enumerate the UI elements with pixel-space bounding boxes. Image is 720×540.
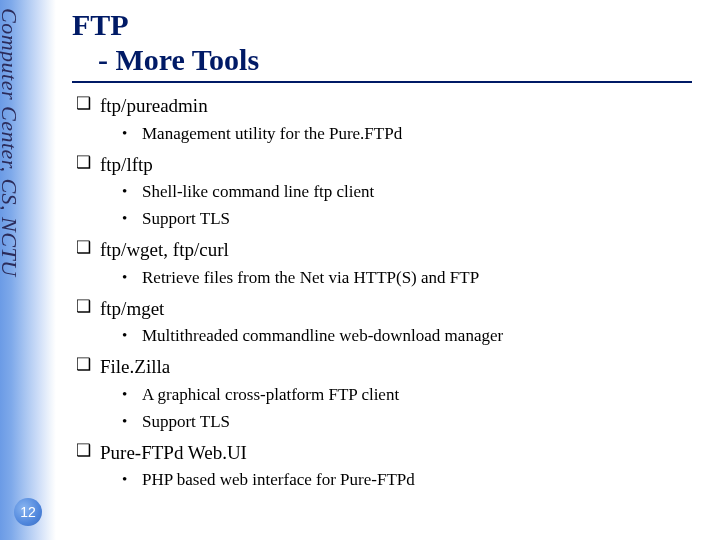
list-item: ftp/mget [72,296,710,322]
list-subitem: Retrieve files from the Net via HTTP(S) … [72,267,710,290]
content: FTP - More Tools ftp/pureadmin Managemen… [72,8,710,492]
list-subitem: PHP based web interface for Pure-FTPd [72,469,710,492]
slide: Computer Center, CS, NCTU 12 FTP - More … [0,0,720,540]
list-subitem: Multithreaded commandline web-download m… [72,325,710,348]
list-subitem: Shell-like command line ftp client [72,181,710,204]
list-item-label: File.Zilla [100,356,170,377]
list-item-label: Pure-FTPd Web.UI [100,442,247,463]
list-subitem-label: Support TLS [142,209,230,228]
list-item-label: ftp/lftp [100,154,153,175]
page-number-badge: 12 [14,498,42,526]
body: ftp/pureadmin Management utility for the… [72,93,710,492]
list-subitem: A graphical cross-platform FTP client [72,384,710,407]
list-item-label: ftp/pureadmin [100,95,208,116]
list-subitem-label: Management utility for the Pure.FTPd [142,124,402,143]
title-line-1: FTP [72,8,710,43]
list-subitem-label: Retrieve files from the Net via HTTP(S) … [142,268,479,287]
list-subitem: Management utility for the Pure.FTPd [72,123,710,146]
list-subitem-label: Support TLS [142,412,230,431]
list-item: File.Zilla [72,354,710,380]
title-line-2: - More Tools [72,43,710,78]
title-underline [72,81,692,83]
page-number: 12 [20,504,36,520]
list-subitem-label: A graphical cross-platform FTP client [142,385,399,404]
list-subitem-label: PHP based web interface for Pure-FTPd [142,470,415,489]
sidebar: Computer Center, CS, NCTU [0,0,56,540]
list-subitem: Support TLS [72,411,710,434]
list-subitem-label: Shell-like command line ftp client [142,182,374,201]
slide-title: FTP - More Tools [72,8,710,77]
list-item: ftp/pureadmin [72,93,710,119]
list-item-label: ftp/wget, ftp/curl [100,239,229,260]
list-subitem-label: Multithreaded commandline web-download m… [142,326,503,345]
list-subitem: Support TLS [72,208,710,231]
list-item-label: ftp/mget [100,298,164,319]
list-item: ftp/lftp [72,152,710,178]
list-item: Pure-FTPd Web.UI [72,440,710,466]
sidebar-label: Computer Center, CS, NCTU [0,8,22,277]
list-item: ftp/wget, ftp/curl [72,237,710,263]
